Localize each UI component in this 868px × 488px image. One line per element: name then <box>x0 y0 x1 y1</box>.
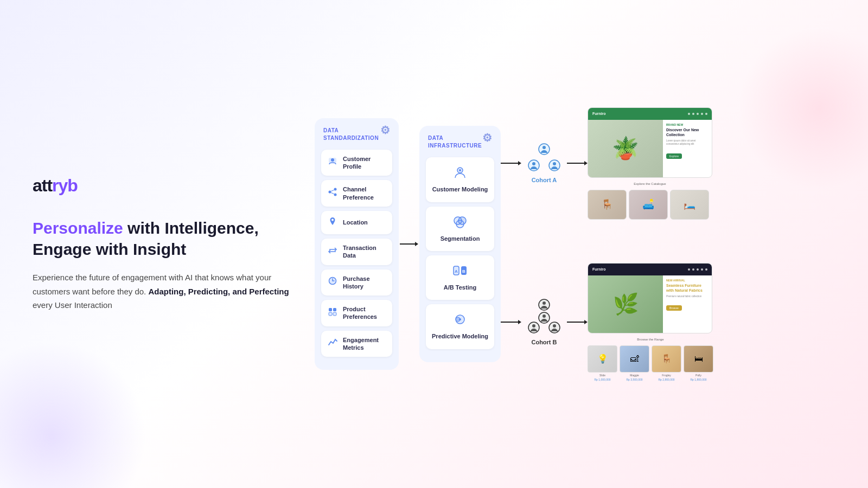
page-headline: Personalize with Intelligence, Engage wi… <box>33 217 293 260</box>
screenshot-1-header: Furniro <box>588 108 712 120</box>
screenshot-1-nav <box>688 113 707 115</box>
ds-card-label-channel-preference: Channel Preference <box>343 185 387 201</box>
thumb-item-polly: 🛏 Polly Rp 1,800,000 <box>684 345 713 381</box>
cohort-a-node-bl <box>528 159 540 174</box>
ds-card-label-engagement-metrics: Engagement Metrics <box>343 336 387 352</box>
arrow-cohort-a-to-screen <box>567 161 588 165</box>
thumb-item-maggie: 🛋 Maggie Rp 3,500,000 <box>620 345 649 381</box>
thumb-polly-price: Rp 1,800,000 <box>690 378 706 381</box>
ds-card-label-transaction-data: Transaction Data <box>343 244 387 260</box>
arrow-di-to-cohort-a <box>501 161 521 165</box>
cohort-b-label: Cohort B <box>531 339 557 345</box>
thumb-maggie-img: 🛋 <box>620 345 649 373</box>
svg-point-36 <box>532 324 535 328</box>
svg-line-5 <box>331 190 334 191</box>
screenshot-2-body: 🌿 New Arrival Seamless Furniture with Na… <box>588 275 712 333</box>
screenshot-1-btn[interactable]: Explore <box>666 153 682 159</box>
ds-card-label-customer-profile: Customer Profile <box>343 155 387 171</box>
svg-point-17 <box>456 220 464 228</box>
thumb-polly-img: 🛏 <box>684 345 713 373</box>
screenshot-2-main: Furniro <box>588 263 712 333</box>
thumb-slide-img: 💡 <box>588 345 617 373</box>
thumb-maggie-label: Maggie <box>630 374 639 377</box>
screenshot-2-desc: Premium natural fabric collection <box>666 295 709 299</box>
history-icon <box>327 276 339 288</box>
di-card-label-predictive-modeling: Predictive Modeling <box>432 332 488 340</box>
cohort-pairs: Cohort A Furniro <box>501 86 713 403</box>
product-icon <box>327 307 339 319</box>
screenshot-1-desc: Lorem ipsum dolor sit amet consectetur a… <box>666 139 709 147</box>
svg-rect-9 <box>329 308 332 311</box>
di-card-label-customer-modeling: Customer Modeling <box>432 185 488 193</box>
screenshot-1-thumbs: 🪑 🛋️ 🛏️ <box>588 190 712 220</box>
arrow-ds-to-di <box>399 242 419 246</box>
thumb-maggie-price: Rp 3,500,000 <box>626 378 642 381</box>
di-header: ⚙ DATA INFRASTRUCTURE <box>426 134 494 150</box>
screenshot-2-group: Furniro <box>588 263 713 381</box>
di-card-customer-modeling: Customer Modeling <box>426 157 494 202</box>
svg-text:B: B <box>462 269 465 274</box>
di-title: DATA INFRASTRUCTURE <box>428 135 482 149</box>
svg-point-28 <box>532 162 535 165</box>
svg-rect-12 <box>333 312 336 316</box>
ds-card-label-purchase-history: Purchase History <box>343 275 387 291</box>
transaction-icon <box>327 246 339 258</box>
svg-point-26 <box>542 146 546 149</box>
ds-header: ⚙ DATA STANDARDIZATION <box>321 127 392 142</box>
screenshot-1-tag: Brand New <box>666 123 709 126</box>
ds-card-label-location: Location <box>343 219 368 226</box>
svg-point-14 <box>459 169 461 171</box>
cohort-b-nodes <box>528 299 560 336</box>
ab-icon: A B <box>452 264 468 280</box>
screenshot-2-image: 🌿 <box>588 275 663 333</box>
screenshot-1-main: Furniro <box>588 107 712 178</box>
explore-catalogue-label: Explore the Catalogue <box>588 181 712 187</box>
ds-card-channel-preference: Channel Preference <box>321 180 392 207</box>
engagement-icon <box>327 337 339 350</box>
segmentation-icon <box>452 215 468 232</box>
screenshot-1-title: Discover Our New Collection <box>666 127 709 137</box>
cohort-connectors: Cohort A Furniro <box>501 22 713 466</box>
screenshot-2-nav <box>688 268 707 271</box>
ds-card-transaction-data: Transaction Data <box>321 239 392 265</box>
screenshot-2-header: Furniro <box>588 264 712 275</box>
ds-card-label-product-preferences: Product Preferences <box>343 305 387 321</box>
screenshot-2-brand: Furniro <box>592 267 606 271</box>
cohort-b-group: Cohort B Furniro <box>501 263 713 381</box>
cohort-b-node-bl <box>528 322 540 336</box>
plant2-icon: 🌿 <box>613 292 639 316</box>
ds-card-product-preferences: Product Preferences <box>321 300 392 326</box>
svg-point-24 <box>459 318 461 320</box>
thumb-item-frogley: 🪑 Frogley Rp 2,800,000 <box>652 345 681 381</box>
ds-title: DATA STANDARDIZATION <box>323 127 379 141</box>
diagram-area: ⚙ DATA STANDARDIZATION Customer Profile <box>315 22 835 466</box>
thumb-bedroom: 🛋️ <box>629 190 668 220</box>
description-bold: Adapting, Predicting, and Perfecting <box>148 287 289 296</box>
screenshot-2-title: Seamless Furniture with Natural Fabrics <box>666 283 709 293</box>
ds-card-customer-profile: Customer Profile <box>321 150 392 176</box>
cohort-b-node-br <box>548 322 560 336</box>
screenshot-1-body: 🪴 Brand New Discover Our New Collection … <box>588 120 712 177</box>
screenshot-2-thumbs: 💡 Slide Rp 1,000,000 🛋 Maggie Rp 3,500,0… <box>588 345 713 381</box>
thumb-frogley-label: Frogley <box>662 374 671 377</box>
logo-text-att: att <box>33 176 52 195</box>
left-panel: attryb Personalize with Intelligence, En… <box>33 176 315 312</box>
thumb-slide-price: Rp 1,000,000 <box>594 378 610 381</box>
cohort-a-node-br <box>548 159 560 174</box>
ds-card-engagement-metrics: Engagement Metrics <box>321 331 392 357</box>
arrow-di-to-cohort-b <box>501 320 521 324</box>
ds-card-location: Location <box>321 211 392 234</box>
logo: attryb <box>33 176 293 196</box>
screenshot-1-text: Brand New Discover Our New Collection Lo… <box>663 120 712 177</box>
cohort-a-nodes <box>528 143 560 174</box>
thumb-extra: 🛏️ <box>670 190 709 220</box>
thumb-frogley-price: Rp 2,800,000 <box>658 378 674 381</box>
thumb-living: 🪑 <box>588 190 627 220</box>
screenshot-2-btn[interactable]: Browse <box>666 305 682 311</box>
predictive-icon <box>452 313 468 329</box>
svg-point-7 <box>331 219 334 221</box>
svg-point-34 <box>542 314 546 318</box>
browse-range-label: Browse the Range <box>588 337 713 342</box>
svg-point-1 <box>331 158 334 162</box>
modeling-icon <box>452 166 468 182</box>
